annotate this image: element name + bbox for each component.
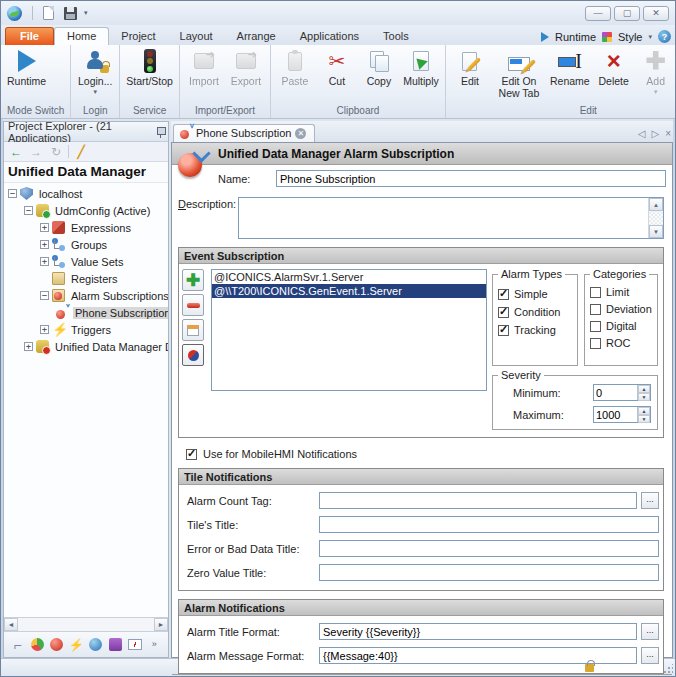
zero-value-title-input[interactable] bbox=[319, 564, 659, 581]
expand-icon[interactable]: + bbox=[40, 240, 49, 249]
checkbox-icon[interactable] bbox=[186, 449, 197, 460]
add-button[interactable]: ✚ Add ▼ bbox=[635, 46, 676, 105]
import-button[interactable]: Import bbox=[183, 46, 225, 105]
pin-icon[interactable] bbox=[156, 126, 164, 138]
tree-item-triggers[interactable]: + ⚡ Triggers bbox=[40, 321, 168, 338]
restore-button[interactable]: ▢ bbox=[614, 6, 640, 21]
expand-icon[interactable]: + bbox=[40, 325, 49, 334]
checkbox-tracking[interactable]: Tracking bbox=[498, 324, 572, 336]
edit-button[interactable]: Edit bbox=[449, 46, 491, 105]
server-browse-button[interactable] bbox=[182, 344, 204, 366]
lightning-icon[interactable]: ⚡ bbox=[68, 637, 84, 653]
mobilehmi-checkbox-row[interactable]: Use for MobileHMI Notifications bbox=[186, 448, 664, 460]
tab-tools[interactable]: Tools bbox=[371, 28, 421, 45]
checkbox-icon[interactable] bbox=[590, 304, 601, 315]
checkbox-roc[interactable]: ROC bbox=[590, 337, 652, 349]
collapse-icon[interactable]: − bbox=[8, 189, 17, 198]
scroll-right-icon[interactable]: ► bbox=[154, 618, 168, 631]
forward-button[interactable]: → bbox=[28, 145, 44, 159]
tab-phone-subscription[interactable]: Phone Subscription ✕ bbox=[173, 124, 315, 142]
checkbox-icon[interactable] bbox=[590, 321, 601, 332]
server-list-item[interactable]: @ICONICS.AlarmSvr.1.Server bbox=[212, 270, 486, 284]
tree-item-localhost[interactable]: − localhost bbox=[8, 185, 168, 202]
checkbox-icon[interactable] bbox=[498, 325, 509, 336]
expand-icon[interactable]: + bbox=[24, 342, 33, 351]
server-list-item[interactable]: @\\T200\ICONICS.GenEvent.1.Server bbox=[212, 284, 486, 298]
refresh-button[interactable]: ↻ bbox=[48, 145, 64, 159]
table-view-button[interactable] bbox=[182, 319, 204, 341]
chart-icon[interactable] bbox=[127, 637, 143, 653]
checkbox-simple[interactable]: Simple bbox=[498, 288, 572, 300]
tree-item-groups[interactable]: + Groups bbox=[40, 236, 168, 253]
expand-icon[interactable]: + bbox=[40, 223, 49, 232]
maximum-input[interactable] bbox=[594, 407, 637, 422]
help-button[interactable]: ? bbox=[658, 30, 671, 43]
edit-on-new-tab-button[interactable]: Edit On New Tab bbox=[491, 46, 547, 105]
checkbox-digital[interactable]: Digital bbox=[590, 320, 652, 332]
save-button[interactable] bbox=[60, 4, 80, 22]
tab-file[interactable]: File bbox=[5, 27, 54, 45]
tab-layout[interactable]: Layout bbox=[168, 28, 225, 45]
add-server-button[interactable]: ✚ bbox=[182, 269, 204, 291]
spin-up-icon[interactable]: ▲ bbox=[638, 407, 650, 415]
description-scrollbar[interactable]: ▲ ▼ bbox=[648, 198, 663, 238]
description-input[interactable] bbox=[239, 198, 648, 238]
error-title-input[interactable] bbox=[319, 540, 659, 557]
name-input[interactable] bbox=[276, 170, 666, 187]
checkbox-condition[interactable]: Condition bbox=[498, 306, 572, 318]
remove-server-button[interactable] bbox=[182, 294, 204, 316]
checkbox-icon[interactable] bbox=[590, 338, 601, 349]
tab-close-icon[interactable]: ✕ bbox=[295, 128, 306, 139]
tree-item-udmconfig[interactable]: − UdmConfig (Active) bbox=[24, 202, 168, 219]
globe-icon[interactable] bbox=[88, 637, 104, 653]
scroll-left-icon[interactable]: ◄ bbox=[4, 618, 18, 631]
tab-applications[interactable]: Applications bbox=[288, 28, 371, 45]
tiles-title-input[interactable] bbox=[319, 516, 659, 533]
chevron-down-icon[interactable]: ▼ bbox=[92, 89, 98, 96]
rename-button[interactable]: Rename bbox=[547, 46, 593, 105]
alarm-title-format-input[interactable] bbox=[319, 623, 637, 640]
tab-scroll-right-icon[interactable]: ▷ bbox=[651, 128, 659, 139]
maximum-spinner[interactable]: ▲▼ bbox=[593, 406, 651, 423]
gauge-icon[interactable] bbox=[29, 637, 45, 653]
new-document-button[interactable] bbox=[38, 4, 58, 22]
grid-app-icon[interactable] bbox=[107, 637, 123, 653]
close-button[interactable]: ✕ bbox=[643, 6, 669, 21]
back-button[interactable]: ← bbox=[8, 145, 24, 159]
scroll-down-icon[interactable]: ▼ bbox=[649, 225, 663, 238]
tree-item-alarm-subscriptions[interactable]: − Alarm Subscriptions bbox=[40, 287, 168, 304]
collapse-icon[interactable]: − bbox=[40, 291, 49, 300]
minimum-spinner[interactable]: ▲▼ bbox=[593, 384, 651, 401]
collapse-icon[interactable]: − bbox=[24, 206, 33, 215]
start-stop-button[interactable]: Start/Stop bbox=[123, 46, 176, 105]
minimum-input[interactable] bbox=[594, 385, 637, 400]
tree-item-expressions[interactable]: + Expressions bbox=[40, 219, 168, 236]
browse-button[interactable]: ... bbox=[641, 623, 659, 640]
overflow-chevron-icon[interactable]: » bbox=[146, 637, 162, 653]
browse-button[interactable]: ... bbox=[641, 647, 659, 664]
tab-project[interactable]: Project bbox=[109, 28, 167, 45]
expand-icon[interactable]: + bbox=[40, 257, 49, 266]
drafting-compass-icon[interactable] bbox=[10, 637, 26, 653]
checkbox-limit[interactable]: Limit bbox=[590, 286, 652, 298]
minimize-button[interactable]: — bbox=[585, 6, 611, 21]
tab-scroll-left-icon[interactable]: ◁ bbox=[638, 128, 646, 139]
alarm-count-tag-input[interactable] bbox=[319, 492, 637, 509]
checkbox-icon[interactable] bbox=[498, 289, 509, 300]
scrollbar-track[interactable] bbox=[18, 618, 154, 631]
delete-button[interactable]: × Delete bbox=[593, 46, 635, 105]
resize-grip[interactable] bbox=[663, 664, 673, 674]
multiply-button[interactable]: Multiply bbox=[400, 46, 442, 105]
tab-arrange[interactable]: Arrange bbox=[225, 28, 288, 45]
edit-pencil-button[interactable]: ╱ bbox=[73, 145, 89, 159]
checkbox-icon[interactable] bbox=[498, 307, 509, 318]
spin-down-icon[interactable]: ▼ bbox=[638, 415, 650, 423]
login-button[interactable]: Login... ▼ bbox=[74, 46, 116, 105]
browse-button[interactable]: ... bbox=[641, 492, 659, 509]
checkbox-icon[interactable] bbox=[590, 287, 601, 298]
tab-list-close-icon[interactable]: × bbox=[665, 128, 671, 139]
tree-item-value-sets[interactable]: + Value Sets bbox=[40, 253, 168, 270]
tab-home[interactable]: Home bbox=[54, 27, 109, 45]
copy-button[interactable]: Copy bbox=[358, 46, 400, 105]
cut-button[interactable]: ✂ Cut bbox=[316, 46, 358, 105]
